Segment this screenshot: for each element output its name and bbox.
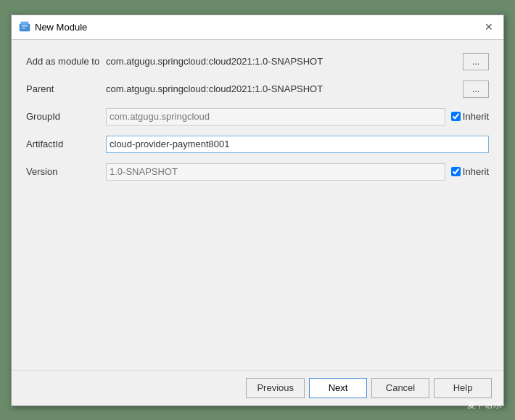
dialog-title: New Module: [35, 22, 87, 33]
version-inherit-label: Inherit: [451, 166, 489, 177]
svg-rect-3: [22, 28, 25, 29]
artifact-id-label: ArtifactId: [26, 139, 106, 149]
parent-label: Parent: [26, 83, 106, 94]
version-label: Version: [26, 166, 106, 177]
help-button[interactable]: Help: [434, 378, 492, 398]
group-id-row: GroupId Inherit: [26, 107, 489, 127]
title-bar-left: New Module: [19, 21, 87, 33]
parent-value: com.atgugu.springcloud:cloud2021:1.0-SNA…: [106, 83, 458, 94]
artifact-id-row: ArtifactId: [26, 134, 489, 155]
add-as-module-label: Add as module to: [26, 56, 106, 67]
artifact-id-input[interactable]: [106, 136, 489, 153]
version-row: Version Inherit: [26, 162, 489, 182]
add-as-module-input-group: com.atgugu.springcloud:cloud2021:1.0-SNA…: [106, 53, 489, 70]
group-id-input-group: Inherit: [106, 108, 489, 125]
next-button[interactable]: Next: [309, 378, 367, 398]
add-as-module-browse-button[interactable]: ...: [463, 53, 489, 70]
dialog-content: Add as module to com.atgugu.springcloud:…: [12, 40, 503, 370]
previous-button[interactable]: Previous: [246, 378, 305, 398]
group-id-label: GroupId: [26, 111, 106, 122]
svg-rect-1: [21, 22, 28, 25]
parent-input-group: com.atgugu.springcloud:cloud2021:1.0-SNA…: [106, 81, 489, 98]
close-button[interactable]: ✕: [482, 20, 496, 34]
add-as-module-value: com.atgugu.springcloud:cloud2021:1.0-SNA…: [106, 56, 458, 67]
svg-rect-2: [22, 25, 28, 27]
group-id-inherit-label: Inherit: [451, 111, 489, 122]
parent-row: Parent com.atgugu.springcloud:cloud2021:…: [26, 79, 489, 99]
dialog-footer: Previous Next Cancel Help: [12, 370, 503, 405]
version-inherit-checkbox[interactable]: [451, 167, 461, 176]
cancel-button[interactable]: Cancel: [371, 378, 429, 398]
group-id-input[interactable]: [106, 108, 445, 125]
version-input-group: Inherit: [106, 163, 489, 181]
new-module-dialog: New Module ✕ Add as module to com.atgugu…: [11, 15, 504, 406]
title-bar: New Module ✕: [12, 15, 503, 40]
add-as-module-row: Add as module to com.atgugu.springcloud:…: [26, 52, 489, 72]
version-input[interactable]: [106, 163, 445, 181]
parent-browse-button[interactable]: ...: [463, 81, 489, 98]
group-id-inherit-checkbox[interactable]: [451, 112, 461, 121]
content-spacer: [26, 189, 489, 358]
module-icon: [19, 21, 30, 33]
